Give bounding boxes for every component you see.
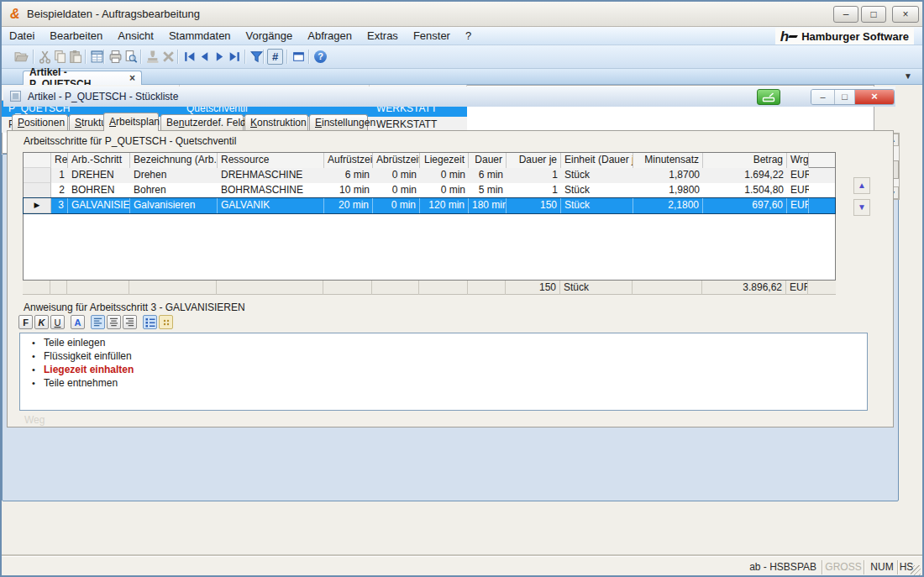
col-ressource[interactable]: Ressource — [218, 153, 324, 168]
bullet-icon: • — [25, 349, 42, 363]
open-icon[interactable] — [13, 49, 29, 65]
underline-button[interactable]: U — [50, 315, 65, 329]
cell-abruest: 0 min — [373, 198, 420, 213]
toolbar: # ? — [2, 45, 922, 69]
bullet-list-button[interactable] — [143, 315, 157, 329]
brand-name: Hamburger Software — [801, 30, 909, 43]
font-color-button[interactable]: A — [71, 315, 85, 329]
align-left-button[interactable] — [91, 315, 105, 329]
menu-ansicht[interactable]: Ansicht — [110, 27, 161, 45]
col-bezeichnung[interactable]: Bezeichnung (Arb.-Sc — [130, 153, 218, 168]
workstep-row[interactable]: 2 BOHREN Bohren BOHRMASCHINE 10 min 0 mi… — [24, 183, 835, 198]
col-arb-schritt[interactable]: Arb.-Schritt — [68, 153, 130, 168]
cell-ressource: DREHMASCHINE — [218, 168, 324, 183]
cell-dauer: 180 min — [469, 198, 507, 213]
detail-minimize-button[interactable]: – — [811, 90, 835, 104]
summary-wrg: EUR — [786, 281, 808, 295]
workstep-row-selected[interactable]: ▶ 3 GALVANISIEREN Galvanisieren GALVANIK… — [24, 198, 835, 213]
bullet-icon: • — [25, 336, 42, 349]
tab-einstellungen[interactable]: Einstellungen — [309, 114, 368, 130]
app-icon: & — [10, 7, 20, 22]
tab-struktur[interactable]: Struktur — [69, 114, 108, 130]
cell-einheit: Stück — [561, 183, 633, 198]
nav-prev-icon[interactable] — [197, 49, 213, 65]
cell-betrag: 1.504,80 — [703, 183, 787, 198]
paste-icon[interactable] — [67, 49, 83, 65]
bold-button[interactable]: F — [18, 315, 33, 329]
close-button[interactable]: × — [892, 6, 919, 23]
keyboard-toggle-button[interactable] — [757, 89, 780, 105]
cell-dauer-je: 1 — [507, 168, 561, 183]
nav-first-icon[interactable] — [181, 49, 197, 65]
arbeitsplan-panel: Arbeitsschritte für P_QUETSCH - Quetschv… — [7, 130, 894, 428]
resize-grip[interactable] — [911, 565, 921, 575]
nav-last-icon[interactable] — [227, 49, 243, 65]
cell-ressource: BOHRMASCHINE — [218, 183, 324, 198]
menu-vorgaenge[interactable]: Vorgänge — [239, 27, 301, 45]
align-center-button[interactable] — [107, 315, 121, 329]
cell-liege: 120 min — [420, 198, 469, 213]
brand-logo: h Hamburger Software — [775, 28, 914, 45]
status-caps: GROSS — [825, 557, 862, 577]
delete-icon[interactable] — [160, 49, 176, 65]
col-aufruestzeit[interactable]: Aufrüstzeit — [324, 153, 373, 168]
detail-close-button[interactable]: × — [855, 90, 894, 104]
list-item: •Flüssigkeit einfüllen — [20, 349, 867, 363]
align-right-button[interactable] — [123, 315, 137, 329]
align-center-icon — [109, 317, 118, 327]
col-betrag[interactable]: Betrag — [703, 153, 787, 168]
print-icon[interactable] — [108, 49, 123, 65]
help-icon[interactable]: ? — [312, 49, 328, 65]
move-up-button[interactable]: ▲ — [853, 177, 870, 194]
tab-close-icon[interactable]: × — [129, 73, 135, 83]
col-wrg[interactable]: Wrg. — [787, 153, 809, 168]
cell-re: 1 — [51, 168, 68, 183]
menu-extras[interactable]: Extras — [360, 27, 406, 45]
col-einheit[interactable]: Einheit (Dauer je) — [561, 153, 633, 168]
tab-artikel-pquetsch[interactable]: Artikel - P_QUETSCH × — [23, 71, 142, 85]
col-abruestzeit[interactable]: Abrüstzeit — [373, 153, 420, 168]
col-liegezeit[interactable]: Liegezeit — [420, 153, 469, 168]
move-down-button[interactable]: ▼ — [853, 199, 870, 216]
workstep-row[interactable]: 1 DREHEN Drehen DREHMASCHINE 6 min 0 min… — [24, 168, 835, 183]
tab-benutzerdef-felder[interactable]: Benutzerdef. Felder — [160, 114, 244, 130]
worksteps-grid: Re Arb.-Schritt Bezeichnung (Arb.-Sc Res… — [23, 152, 836, 281]
instruction-editor[interactable]: •Teile einlegen •Flüssigkeit einfüllen •… — [19, 333, 868, 411]
menu-datei[interactable]: Datei — [2, 27, 42, 45]
cell-aufruest: 6 min — [324, 168, 373, 183]
arrow-up-icon: ▲ — [858, 181, 866, 190]
italic-button[interactable]: K — [34, 315, 49, 329]
detail-window-controls: – □ × — [811, 89, 895, 105]
stamp-icon[interactable] — [144, 49, 160, 65]
record-number-icon[interactable]: # — [267, 49, 283, 65]
insert-symbol-button[interactable] — [159, 315, 173, 329]
tab-overflow-icon[interactable]: ▼ — [904, 71, 912, 81]
close-icon: × — [902, 8, 908, 20]
summary-einheit: Stück — [560, 281, 633, 295]
menu-fenster[interactable]: Fenster — [406, 27, 458, 45]
col-re[interactable]: Re — [51, 153, 68, 168]
tab-konstruktion[interactable]: Konstruktion — [244, 114, 308, 130]
tab-arbeitsplan[interactable]: Arbeitsplan — [103, 113, 159, 131]
cut-icon[interactable] — [37, 49, 53, 65]
tab-positionen[interactable]: Positionen — [12, 114, 68, 130]
menu-abfragen[interactable]: Abfragen — [300, 27, 360, 45]
cell-bez: Drehen — [130, 168, 218, 183]
menu-stammdaten[interactable]: Stammdaten — [161, 27, 239, 45]
col-dauer-je[interactable]: Dauer je — [507, 153, 561, 168]
minimize-button[interactable]: – — [833, 6, 858, 23]
menu-bearbeiten[interactable]: Bearbeiten — [42, 27, 110, 45]
cell-aufruest: 10 min — [324, 183, 373, 198]
print-preview-icon[interactable] — [123, 49, 139, 65]
maximize-button[interactable]: □ — [861, 6, 886, 23]
window-icon[interactable] — [291, 49, 307, 65]
copy-icon[interactable] — [52, 49, 68, 65]
document-tab-bar: Artikel - P_QUETSCH × ▼ — [2, 69, 922, 85]
col-dauer[interactable]: Dauer — [469, 153, 507, 168]
menu-help[interactable]: ? — [458, 27, 479, 45]
nav-next-icon[interactable] — [212, 49, 228, 65]
col-minutensatz[interactable]: Minutensatz — [633, 153, 703, 168]
row-selector — [24, 183, 51, 198]
detail-maximize-button[interactable]: □ — [835, 90, 855, 104]
cell-wrg: EUR — [787, 198, 809, 213]
